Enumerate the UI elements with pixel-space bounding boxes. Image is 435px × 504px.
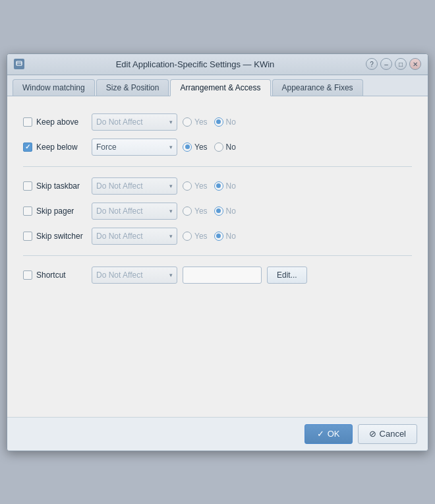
skip-pager-yes-radio[interactable] <box>183 206 192 216</box>
tab-window-matching[interactable]: Window matching <box>13 79 95 96</box>
skip-switcher-yes-radio[interactable] <box>183 232 192 241</box>
chevron-down-icon: ▾ <box>169 233 173 239</box>
skip-pager-yes-label: Yes <box>194 206 208 216</box>
keep-below-checkbox[interactable] <box>23 142 32 152</box>
chevron-down-icon: ▾ <box>169 272 173 278</box>
help-button[interactable]: ? <box>366 58 378 70</box>
skip-taskbar-yes-radio[interactable] <box>183 181 192 191</box>
skip-pager-dropdown[interactable]: Do Not Affect ▾ <box>92 203 177 220</box>
app-icon <box>14 59 24 69</box>
skip-switcher-no-label: No <box>226 232 236 241</box>
close-button[interactable]: ✕ <box>409 58 421 70</box>
skip-switcher-label: Skip switcher <box>36 232 83 241</box>
skip-switcher-yes-label: Yes <box>194 232 208 241</box>
keep-below-radio-group: Yes No <box>183 142 236 152</box>
minimize-button[interactable]: – <box>380 58 392 70</box>
skip-pager-no-radio[interactable] <box>214 206 223 216</box>
chevron-down-icon: ▾ <box>169 183 173 189</box>
chevron-down-icon: ▾ <box>169 144 173 150</box>
shortcut-row: Shortcut Do Not Affect ▾ Edit... <box>23 263 412 288</box>
skip-switcher-no-radio[interactable] <box>214 232 223 241</box>
skip-pager-checkbox[interactable] <box>23 206 32 216</box>
skip-taskbar-yes-option[interactable]: Yes <box>183 181 208 191</box>
tab-appearance-fixes[interactable]: Appearance & Fixes <box>272 79 363 96</box>
keep-below-row: Keep below Force ▾ Yes No <box>23 135 412 160</box>
keep-above-yes-radio[interactable] <box>183 117 192 127</box>
keep-above-checkbox[interactable] <box>23 117 32 127</box>
ok-button[interactable]: ✓ OK <box>304 424 353 444</box>
keep-below-yes-label: Yes <box>194 142 208 152</box>
keep-above-yes-option[interactable]: Yes <box>183 117 208 127</box>
checkmark-icon: ✓ <box>317 429 324 439</box>
divider-2 <box>23 255 412 256</box>
cancel-icon: ⊘ <box>369 429 376 439</box>
shortcut-checkbox[interactable] <box>23 270 32 280</box>
keep-below-no-radio[interactable] <box>214 142 223 152</box>
divider-1 <box>23 166 412 167</box>
skip-switcher-label-group: Skip switcher <box>23 232 86 241</box>
keep-below-no-label: No <box>226 142 236 152</box>
keep-below-no-option[interactable]: No <box>214 142 236 152</box>
keep-above-radio-group: Yes No <box>183 117 236 127</box>
tabs-bar: Window matching Size & Position Arrangem… <box>7 75 428 96</box>
keep-below-dropdown[interactable]: Force ▾ <box>92 139 177 156</box>
shortcut-input[interactable] <box>183 267 262 284</box>
skip-switcher-no-option[interactable]: No <box>214 232 236 241</box>
keep-above-dropdown[interactable]: Do Not Affect ▾ <box>92 113 177 131</box>
footer: ✓ OK ⊘ Cancel <box>7 417 428 451</box>
keep-above-label-group: Keep above <box>23 117 86 127</box>
skip-switcher-row: Skip switcher Do Not Affect ▾ Yes No <box>23 224 412 249</box>
skip-pager-label: Skip pager <box>36 206 74 216</box>
tab-size-position[interactable]: Size & Position <box>96 79 169 96</box>
skip-taskbar-no-radio[interactable] <box>214 181 223 191</box>
shortcut-label: Shortcut <box>36 270 66 280</box>
keep-above-no-label: No <box>226 117 236 127</box>
skip-taskbar-radio-group: Yes No <box>183 181 236 191</box>
skip-pager-label-group: Skip pager <box>23 206 86 216</box>
shortcut-label-group: Shortcut <box>23 270 86 280</box>
shortcut-dropdown[interactable]: Do Not Affect ▾ <box>92 267 177 284</box>
keep-below-yes-radio[interactable] <box>183 142 192 152</box>
keep-above-no-option[interactable]: No <box>214 117 236 127</box>
skip-taskbar-no-option[interactable]: No <box>214 181 236 191</box>
skip-taskbar-checkbox[interactable] <box>23 181 32 191</box>
tab-content: Keep above Do Not Affect ▾ Yes No <box>7 96 428 417</box>
chevron-down-icon: ▾ <box>169 119 173 125</box>
cancel-button[interactable]: ⊘ Cancel <box>358 424 417 444</box>
keep-below-yes-option[interactable]: Yes <box>183 142 208 152</box>
skip-taskbar-row: Skip taskbar Do Not Affect ▾ Yes No <box>23 173 412 199</box>
keep-above-row: Keep above Do Not Affect ▾ Yes No <box>23 110 412 135</box>
skip-taskbar-no-label: No <box>226 181 236 191</box>
skip-taskbar-dropdown[interactable]: Do Not Affect ▾ <box>92 177 177 195</box>
main-window: Edit Application-Specific Settings — KWi… <box>7 53 428 451</box>
skip-switcher-checkbox[interactable] <box>23 232 32 241</box>
maximize-button[interactable]: □ <box>395 58 407 70</box>
keep-above-label: Keep above <box>36 117 78 127</box>
content-spacer <box>23 288 412 406</box>
skip-taskbar-yes-label: Yes <box>194 181 208 191</box>
skip-taskbar-label: Skip taskbar <box>36 181 80 191</box>
keep-below-label-group: Keep below <box>23 142 86 152</box>
skip-switcher-yes-option[interactable]: Yes <box>183 232 208 241</box>
skip-pager-radio-group: Yes No <box>183 206 236 216</box>
skip-pager-yes-option[interactable]: Yes <box>183 206 208 216</box>
titlebar: Edit Application-Specific Settings — KWi… <box>7 54 428 75</box>
keep-above-no-radio[interactable] <box>214 117 223 127</box>
keep-below-label: Keep below <box>36 142 78 152</box>
skip-taskbar-label-group: Skip taskbar <box>23 181 86 191</box>
window-controls: ? – □ ✕ <box>366 58 421 70</box>
chevron-down-icon: ▾ <box>169 208 173 214</box>
skip-pager-no-label: No <box>226 206 236 216</box>
skip-pager-row: Skip pager Do Not Affect ▾ Yes No <box>23 199 412 224</box>
edit-shortcut-button[interactable]: Edit... <box>267 267 307 284</box>
keep-above-yes-label: Yes <box>194 117 208 127</box>
tab-arrangement-access[interactable]: Arrangement & Access <box>170 79 270 96</box>
window-title: Edit Application-Specific Settings — KWi… <box>24 59 366 69</box>
skip-pager-no-option[interactable]: No <box>214 206 236 216</box>
skip-switcher-dropdown[interactable]: Do Not Affect ▾ <box>92 228 177 245</box>
skip-switcher-radio-group: Yes No <box>183 232 236 241</box>
